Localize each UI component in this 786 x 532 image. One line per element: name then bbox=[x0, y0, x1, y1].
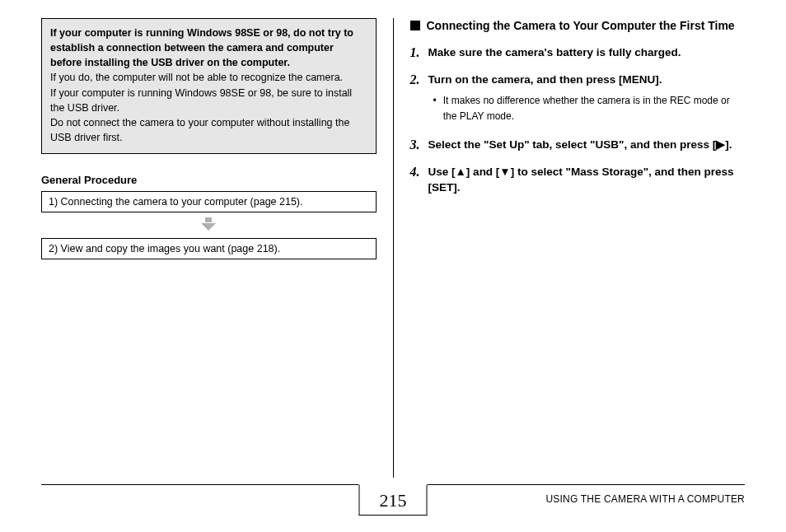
step-4-number: 4. bbox=[410, 165, 428, 196]
step-2-number: 2. bbox=[410, 72, 428, 88]
procedure-step-1: 1) Connecting the camera to your compute… bbox=[41, 191, 377, 212]
step-1-number: 1. bbox=[410, 45, 428, 61]
page-content: If your computer is running Windows 98SE… bbox=[0, 0, 786, 478]
bullet-dot-icon: • bbox=[433, 93, 437, 124]
step-2-bullet: • It makes no difference whether the cam… bbox=[433, 93, 746, 124]
page-footer: 215 USING THE CAMERA WITH A COMPUTER bbox=[41, 484, 745, 532]
svg-rect-0 bbox=[205, 217, 212, 222]
step-3-number: 3. bbox=[410, 138, 428, 153]
step-3: 3. Select the "Set Up" tab, select "USB"… bbox=[410, 138, 746, 153]
footer-label: USING THE CAMERA WITH A COMPUTER bbox=[545, 493, 745, 505]
step-2-bullet-text: It makes no difference whether the camer… bbox=[443, 93, 745, 124]
procedure-step-2: 2) View and copy the images you want (pa… bbox=[41, 238, 377, 259]
section-title: Connecting the Camera to Your Computer t… bbox=[427, 18, 735, 34]
warning-p3: Do not connect the camera to your comput… bbox=[50, 115, 367, 145]
warning-p2: If your computer is running Windows 98SE… bbox=[50, 86, 367, 115]
right-column: Connecting the Camera to Your Computer t… bbox=[399, 18, 746, 478]
step-3-text: Select the "Set Up" tab, select "USB", a… bbox=[428, 138, 732, 153]
warning-box: If your computer is running Windows 98SE… bbox=[41, 18, 377, 154]
warning-bold-text: If your computer is running Windows 98SE… bbox=[50, 26, 367, 70]
general-procedure-heading: General Procedure bbox=[41, 174, 377, 186]
down-arrow-icon bbox=[41, 217, 377, 233]
step-2-text: Turn on the camera, and then press [MENU… bbox=[428, 72, 662, 88]
square-bullet-icon bbox=[410, 21, 420, 30]
warning-p1: If you do, the computer will not be able… bbox=[50, 70, 367, 85]
step-2: 2. Turn on the camera, and then press [M… bbox=[410, 72, 746, 88]
step-1-text: Make sure the camera's battery is fully … bbox=[428, 45, 681, 61]
section-heading: Connecting the Camera to Your Computer t… bbox=[410, 18, 746, 34]
step-4: 4. Use [▲] and [▼] to select "Mass Stora… bbox=[410, 165, 746, 196]
step-1: 1. Make sure the camera's battery is ful… bbox=[410, 45, 746, 61]
column-divider bbox=[393, 18, 394, 478]
step-4-text: Use [▲] and [▼] to select "Mass Storage"… bbox=[428, 165, 746, 196]
svg-marker-1 bbox=[201, 223, 216, 231]
left-column: If your computer is running Windows 98SE… bbox=[41, 18, 388, 478]
page-number: 215 bbox=[359, 484, 428, 516]
